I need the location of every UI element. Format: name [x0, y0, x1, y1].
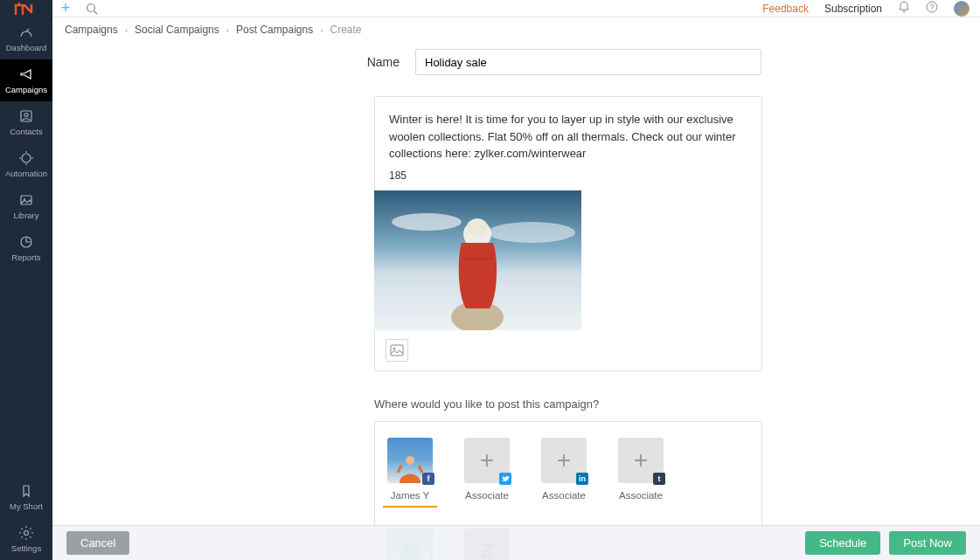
footer: Cancel Schedule Post Now: [52, 525, 980, 560]
svg-point-18: [393, 347, 395, 349]
add-button[interactable]: +: [52, 0, 79, 17]
breadcrumb-item[interactable]: Social Campaigns: [135, 24, 219, 36]
sidebar-item-contacts[interactable]: Contacts: [0, 101, 52, 143]
sidebar-item-dashboard[interactable]: Dashboard: [0, 17, 52, 59]
chevron-right-icon: ›: [125, 25, 128, 35]
svg-point-10: [24, 531, 29, 536]
post-now-button[interactable]: Post Now: [889, 531, 966, 555]
svg-rect-17: [391, 345, 403, 356]
main-content: Campaigns › Social Campaigns › Post Camp…: [52, 17, 980, 560]
linkedin-icon: in: [576, 473, 588, 485]
sidebar-label: Contacts: [10, 127, 43, 136]
help-icon[interactable]: ?: [926, 1, 938, 16]
sidebar-label: Automation: [5, 169, 47, 178]
svg-point-19: [406, 456, 414, 465]
sidebar-item-campaigns[interactable]: Campaigns: [0, 59, 52, 101]
winter-image: [374, 190, 581, 330]
svg-point-5: [24, 114, 28, 117]
svg-point-12: [392, 213, 462, 231]
avatar[interactable]: [954, 1, 970, 17]
svg-point-0: [87, 3, 95, 11]
breadcrumb-item[interactable]: Post Campaigns: [236, 24, 313, 36]
facebook-icon: f: [422, 473, 434, 485]
svg-point-6: [22, 154, 31, 162]
content-image[interactable]: [374, 190, 581, 330]
sidebar-label: Campaigns: [5, 85, 47, 94]
target-caption: James Y: [391, 490, 430, 501]
sidebar-item-settings[interactable]: Settings: [0, 518, 52, 560]
topbar: + Feedback Subscription ?: [0, 0, 980, 17]
sidebar-item-library[interactable]: Library: [0, 185, 52, 227]
breadcrumb-item[interactable]: Campaigns: [65, 24, 118, 36]
content-textarea[interactable]: Winter is here! It is time for you to la…: [375, 97, 761, 169]
sidebar: Dashboard Campaigns Contacts Automation …: [0, 17, 52, 560]
chevron-right-icon: ›: [320, 25, 323, 35]
sidebar-item-myshort[interactable]: My Short: [0, 476, 52, 518]
twitter-icon: [499, 473, 511, 485]
target-linkedin-add[interactable]: + in: [541, 438, 587, 483]
breadcrumb-current: Create: [330, 24, 362, 36]
sidebar-label: My Short: [10, 501, 43, 511]
sidebar-label: Settings: [11, 543, 41, 553]
sidebar-label: Library: [13, 211, 38, 220]
svg-line-1: [94, 10, 98, 14]
app-logo[interactable]: [0, 0, 52, 17]
svg-point-16: [467, 218, 488, 236]
name-label: Name: [52, 55, 415, 69]
target-caption: Associate: [542, 490, 586, 501]
target-tumblr-add[interactable]: + t: [618, 438, 664, 483]
feedback-link[interactable]: Feedback: [762, 3, 809, 15]
target-caption: Associate: [619, 490, 663, 501]
sidebar-item-automation[interactable]: Automation: [0, 143, 52, 185]
tumblr-icon: t: [653, 473, 665, 485]
sidebar-label: Reports: [11, 252, 40, 262]
name-input[interactable]: [415, 49, 761, 75]
sidebar-label: Dashboard: [6, 43, 46, 52]
target-facebook-james[interactable]: f: [387, 438, 433, 483]
content-box: Winter is here! It is time for you to la…: [374, 96, 762, 371]
svg-text:?: ?: [929, 3, 934, 11]
targets-question: Where would you like to post this campai…: [374, 398, 980, 411]
svg-point-13: [488, 222, 575, 243]
target-caption: Associate: [465, 490, 509, 501]
chevron-right-icon: ›: [226, 25, 229, 35]
schedule-button[interactable]: Schedule: [805, 531, 880, 555]
cancel-button[interactable]: Cancel: [66, 531, 129, 555]
search-icon[interactable]: [79, 3, 105, 15]
target-twitter-add[interactable]: +: [464, 438, 510, 483]
sidebar-item-reports[interactable]: Reports: [0, 227, 52, 269]
subscription-link[interactable]: Subscription: [824, 3, 882, 15]
breadcrumb: Campaigns › Social Campaigns › Post Camp…: [52, 17, 980, 42]
char-count: 185: [375, 169, 761, 190]
bell-icon[interactable]: [898, 1, 910, 16]
image-upload-button[interactable]: [386, 339, 408, 362]
